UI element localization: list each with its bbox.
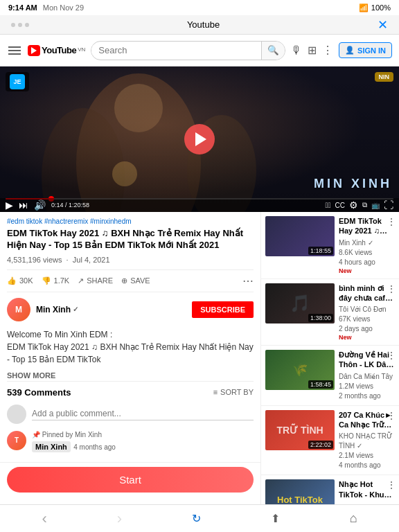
sort-by-button[interactable]: ≡ SORT BY <box>213 388 254 396</box>
sidebar-channel-2: Dân Ca Miền Tây <box>339 372 395 382</box>
user-avatar <box>7 405 26 424</box>
search-input[interactable] <box>91 45 261 55</box>
sidebar-item-1[interactable]: 🎵 1:38:00 bình minh ơi đây chưa cafe sán… <box>261 279 399 346</box>
status-bar: 9:14 AM Mon Nov 29 📶 100% <box>0 0 399 15</box>
grid-icon[interactable]: ⊞ <box>308 44 317 57</box>
sidebar-more-2[interactable]: ⋮ <box>387 350 396 361</box>
youtube-header: YouTube VN 🔍 🎙 ⊞ ⋮ 👤 SIGN IN <box>0 35 399 66</box>
sidebar-channel-0: Min Xinh ✓ <box>339 238 395 248</box>
comment-input[interactable] <box>32 407 254 420</box>
nav-home-button[interactable]: ⌂ <box>336 508 371 529</box>
save-button[interactable]: ⊕ SAVE <box>121 276 150 285</box>
sidebar-channel-3: KHO NHẠC TRỮ TÌNH ✓ <box>339 432 395 451</box>
channel-badge: JE <box>6 72 29 91</box>
youtube-logo-icon <box>28 45 40 56</box>
sidebar-duration-2: 1:58:45 <box>308 380 333 389</box>
more-icon[interactable]: ⋮ <box>322 44 333 57</box>
sidebar-views-2: 1.2M views <box>339 382 395 391</box>
pinned-time: 4 months ago <box>73 443 116 451</box>
show-more-button[interactable]: SHOW MORE <box>7 371 55 380</box>
search-bar[interactable]: 🔍 <box>91 41 285 60</box>
comments-header: 539 Comments ≡ SORT BY <box>7 381 254 402</box>
sidebar-item-3[interactable]: TRỮ TÌNH 2:22:02 207 Ca Khúc► Ca Nhạc Tr… <box>261 406 399 476</box>
save-icon: ⊕ <box>121 276 127 285</box>
dislike-button[interactable]: 👎 1.7K <box>42 276 70 285</box>
subscribe-button[interactable]: SUBSCRIBE <box>192 301 254 318</box>
video-controls: ▶ ⏭ 🔊 0:14 / 1:20:58 ▶⃝ CC ⚙ ⧉ 📺 ⛶ <box>0 198 399 212</box>
nav-refresh-button[interactable]: ↻ <box>178 509 215 528</box>
verified-icon: ✓ <box>73 305 78 313</box>
youtube-vn-badge: VN <box>78 46 85 53</box>
nav-back-button[interactable]: ‹ <box>28 507 60 531</box>
sidebar-views-0: 8.6K views <box>339 248 395 258</box>
control-play-icon[interactable]: ▶ <box>6 200 13 211</box>
sidebar-item-2[interactable]: 🌾 1:58:45 Đường Về Hai Thôn - LK Dân C..… <box>261 346 399 406</box>
thumbs-down-icon: 👎 <box>42 276 51 285</box>
sidebar-more-3[interactable]: ⋮ <box>387 410 396 421</box>
sign-in-button[interactable]: 👤 SIGN IN <box>339 42 392 58</box>
control-volume-icon[interactable]: 🔊 <box>34 200 46 211</box>
sidebar-time-3: 4 months ago <box>339 461 395 470</box>
like-button[interactable]: 👍 30K <box>7 276 33 285</box>
ctrl-right-icons: ▶⃝ CC ⚙ ⧉ 📺 ⛶ <box>326 200 394 211</box>
ctrl-cast-icon[interactable]: 📺 <box>371 202 380 209</box>
sidebar-item[interactable]: 1:18:55 EDM TikTok Hay 2021 ♫ BXH... Min… <box>261 212 399 279</box>
thumbs-up-icon: 👍 <box>7 276 17 285</box>
like-count: 30K <box>19 276 33 285</box>
sidebar-views-1: 67K views <box>339 314 395 324</box>
video-tags[interactable]: #edm tiktok #nhactreremix #minxinhedm <box>7 218 254 225</box>
window-title: Youtube <box>29 19 378 30</box>
ctrl-pip-icon[interactable]: ⧉ <box>362 201 367 209</box>
control-next-icon[interactable]: ⏭ <box>19 200 28 211</box>
more-actions-button[interactable]: ⋯ <box>242 274 254 287</box>
sidebar-item-4[interactable]: Hot TikTok Nhạc Hot TikTok - Khuê Móc La… <box>261 475 399 504</box>
video-player[interactable]: JE NIN MIN XINH ▶ ⏭ 🔊 0:14 / 1:20:58 ▶⃝ … <box>0 66 399 212</box>
search-button[interactable]: 🔍 <box>261 42 285 60</box>
ctrl-settings-icon[interactable]: ⚙ <box>349 200 358 211</box>
sidebar-time-2: 2 months ago <box>339 391 395 401</box>
account-icon: 👤 <box>345 46 355 55</box>
ctrl-cc-icon[interactable]: CC <box>335 202 345 209</box>
sidebar-time-0: 4 hours ago <box>339 258 395 267</box>
ctrl-fullscreen-icon[interactable]: ⛶ <box>384 200 393 211</box>
play-button[interactable] <box>184 124 215 154</box>
nav-forward-button[interactable]: › <box>103 507 136 531</box>
sidebar-channel-1: Tôi Với Cô Đơn <box>339 305 395 314</box>
youtube-wordmark: YouTube <box>42 45 76 55</box>
save-label: SAVE <box>130 276 150 285</box>
sidebar-badge-0: New <box>339 267 395 274</box>
hamburger-menu[interactable] <box>7 45 22 56</box>
main-column: #edm tiktok #nhactreremix #minxinhedm ED… <box>0 212 260 504</box>
sidebar-more-1[interactable]: ⋮ <box>387 283 396 294</box>
nav-share-button[interactable]: ⬆ <box>257 509 294 528</box>
share-button[interactable]: ↗ SHARE <box>78 276 113 285</box>
share-label: SHARE <box>87 276 113 285</box>
pinned-meta: 📌 Pinned by Min Xinh <box>32 431 254 438</box>
play-icon <box>195 132 206 146</box>
description: Welcome To Min Xinh EDM : EDM TikTok Hay… <box>7 328 254 369</box>
sidebar-time-1: 2 days ago <box>339 324 395 334</box>
window-close-button[interactable]: ✕ <box>378 17 388 33</box>
start-button[interactable]: Start <box>7 467 254 493</box>
video-title: EDM TikTok Hay 2021 ♫ BXH Nhạc Trẻ Remix… <box>7 228 254 251</box>
channel-badge-text: JE <box>13 78 21 85</box>
sidebar-duration-3: 2:22:02 <box>308 441 333 449</box>
start-bar: Start <box>0 462 260 497</box>
pinned-comment-avatar: T <box>7 431 26 450</box>
title-bar: Youtube ✕ <box>0 15 399 35</box>
channel-badge-icon: JE <box>10 74 25 89</box>
sort-icon: ≡ <box>213 388 218 396</box>
sidebar-views-3: 2.1M views <box>339 451 395 461</box>
ctrl-airplay-icon[interactable]: ▶⃝ <box>326 201 331 209</box>
sidebar-more-4[interactable]: ⋮ <box>387 479 396 490</box>
mic-icon[interactable]: 🎙 <box>291 44 302 57</box>
sidebar-badge-1: New <box>339 334 395 341</box>
battery-icon: 100% <box>371 3 391 12</box>
publish-date: Jul 4, 2021 <box>73 256 110 264</box>
channel-name[interactable]: Min Xinh ✓ <box>36 305 192 314</box>
youtube-logo[interactable]: YouTube VN <box>28 45 85 56</box>
sidebar-more-0[interactable]: ⋮ <box>387 216 396 227</box>
sidebar-thumb-2: 🌾 1:58:45 <box>265 350 335 390</box>
channel-avatar: M <box>7 298 30 321</box>
view-count: 4,531,196 views <box>7 256 62 264</box>
